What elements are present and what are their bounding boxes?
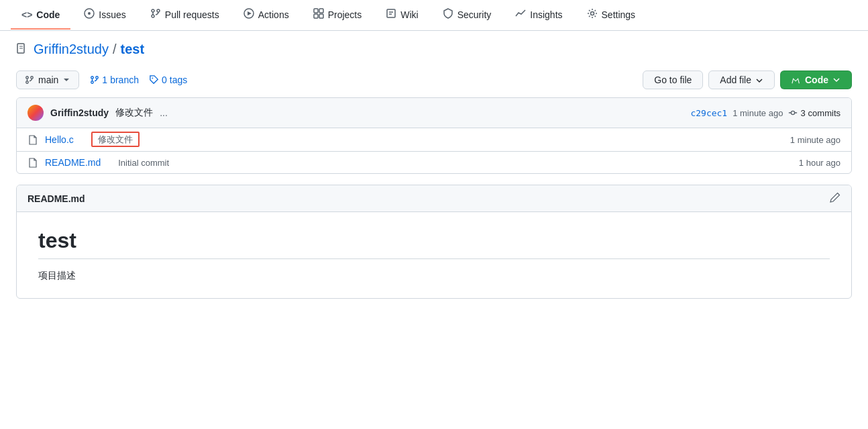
- tab-actions[interactable]: Actions: [233, 0, 300, 30]
- file-time-readme: 1 hour ago: [799, 158, 840, 168]
- svg-point-21: [91, 77, 94, 79]
- branch-label: branch: [110, 75, 139, 85]
- commit-header: Griffin2study 修改文件 ... c29cec1 1 minute …: [17, 98, 851, 128]
- tab-projects-label: Projects: [328, 9, 362, 20]
- svg-point-2: [152, 9, 154, 12]
- commit-message: 修改文件: [115, 107, 153, 119]
- commits-count-link[interactable]: 3 commits: [788, 108, 840, 118]
- settings-icon: [587, 8, 598, 21]
- file-name-hello[interactable]: Hello.c: [45, 134, 74, 145]
- file-row: README.md Initial commit 1 hour ago: [17, 152, 851, 173]
- file-row: Hello.c 修改文件 1 minute ago: [17, 128, 851, 152]
- file-time-hello: 1 minute ago: [790, 135, 840, 145]
- svg-marker-6: [248, 11, 252, 15]
- tab-settings[interactable]: Settings: [576, 0, 647, 30]
- commit-time: 1 minute ago: [733, 108, 783, 118]
- file-icon: [28, 134, 38, 145]
- file-commit-highlighted: 修改文件: [91, 132, 140, 147]
- commit-meta: c29cec1 1 minute ago 3 commits: [690, 108, 840, 118]
- svg-point-20: [31, 77, 34, 79]
- commits-label: commits: [808, 108, 840, 118]
- branch-selector[interactable]: main: [16, 70, 79, 89]
- readme-content: test 项目描述: [17, 212, 851, 298]
- branch-count-link[interactable]: 1 branch: [90, 75, 139, 85]
- file-commit-msg-readme: Initial commit: [118, 158, 792, 168]
- readme-description: 项目描述: [38, 270, 830, 282]
- svg-point-24: [152, 78, 153, 79]
- tab-code[interactable]: <> Code: [11, 1, 70, 30]
- readme-section: README.md test 项目描述: [16, 185, 852, 299]
- commits-count: 3: [800, 108, 805, 118]
- pull-request-icon: [150, 8, 161, 21]
- repo-icon: [16, 42, 27, 57]
- svg-point-23: [96, 77, 99, 79]
- repo-link[interactable]: test: [120, 42, 144, 57]
- tab-insights-label: Insights: [530, 9, 562, 20]
- toolbar: main 1 branch 0 tags Go to file Add file…: [0, 62, 868, 97]
- top-navigation: <> Code Issues Pull requests Actions Pro…: [0, 0, 868, 31]
- code-icon: <>: [21, 9, 32, 20]
- tab-code-label: Code: [36, 9, 60, 20]
- edit-icon[interactable]: [830, 192, 840, 205]
- branch-meta: 1 branch 0 tags: [90, 75, 187, 85]
- file-icon: [28, 157, 38, 168]
- readme-heading: test: [38, 228, 830, 259]
- file-area: Griffin2study 修改文件 ... c29cec1 1 minute …: [16, 97, 852, 174]
- svg-rect-9: [314, 14, 318, 18]
- tab-actions-label: Actions: [258, 9, 289, 20]
- code-label: Code: [805, 75, 828, 85]
- commit-author[interactable]: Griffin2study: [50, 107, 109, 118]
- tab-pr-label: Pull requests: [165, 9, 219, 20]
- svg-point-4: [157, 9, 160, 12]
- branch-name: main: [38, 75, 58, 85]
- svg-point-14: [590, 12, 594, 15]
- tag-label: tags: [170, 75, 187, 85]
- wiki-icon: [386, 8, 396, 21]
- tab-security-label: Security: [457, 9, 492, 20]
- svg-point-22: [91, 81, 94, 84]
- go-to-file-button[interactable]: Go to file: [643, 70, 703, 89]
- svg-rect-8: [319, 9, 323, 13]
- tab-issues[interactable]: Issues: [73, 0, 136, 30]
- insights-icon: [515, 8, 526, 21]
- projects-icon: [313, 8, 324, 21]
- tab-settings-label: Settings: [602, 9, 636, 20]
- branch-count: 1: [102, 75, 107, 85]
- svg-point-1: [88, 12, 91, 15]
- tab-wiki[interactable]: Wiki: [375, 0, 429, 30]
- add-file-button[interactable]: Add file: [708, 70, 775, 89]
- code-button[interactable]: Code: [780, 70, 852, 89]
- tag-count: 0: [162, 75, 167, 85]
- tab-wiki-label: Wiki: [400, 9, 418, 20]
- commit-hash[interactable]: c29cec1: [690, 108, 727, 118]
- security-icon: [443, 8, 453, 21]
- avatar: [28, 105, 44, 121]
- tab-projects[interactable]: Projects: [303, 0, 373, 30]
- tag-count-link[interactable]: 0 tags: [150, 75, 187, 85]
- svg-point-25: [792, 111, 795, 114]
- tab-insights[interactable]: Insights: [504, 0, 573, 30]
- issues-icon: [84, 8, 95, 21]
- add-file-label: Add file: [720, 75, 751, 85]
- readme-header: README.md: [17, 185, 851, 212]
- org-link[interactable]: Griffin2study: [34, 42, 109, 57]
- svg-point-3: [152, 15, 154, 17]
- svg-rect-11: [387, 9, 395, 17]
- svg-point-18: [26, 77, 29, 79]
- tab-security[interactable]: Security: [432, 0, 502, 30]
- tab-issues-label: Issues: [99, 9, 125, 20]
- actions-icon: [243, 8, 254, 21]
- file-commit-msg-hello: 修改文件: [91, 134, 783, 146]
- svg-point-19: [26, 81, 29, 84]
- repo-header: Griffin2study / test: [0, 31, 868, 62]
- repo-separator: /: [113, 42, 117, 57]
- svg-rect-10: [319, 14, 323, 18]
- tab-pull-requests[interactable]: Pull requests: [140, 0, 230, 30]
- readme-title: README.md: [28, 193, 85, 204]
- file-name-readme[interactable]: README.md: [45, 157, 101, 168]
- svg-rect-7: [314, 9, 318, 13]
- commit-ellipsis[interactable]: ...: [160, 107, 168, 118]
